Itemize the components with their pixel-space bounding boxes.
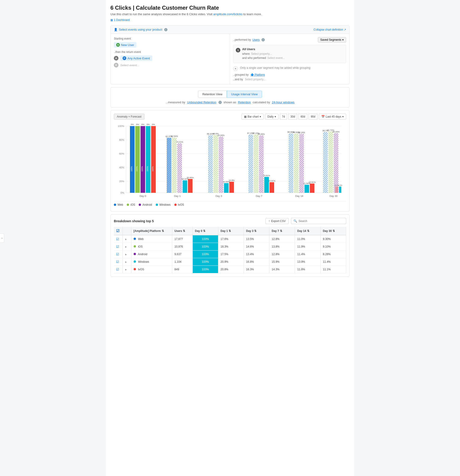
sort-icon-day7: ⇅	[280, 229, 282, 233]
th-day30[interactable]: Day 30 ⇅	[320, 227, 346, 235]
td-checkbox[interactable]: ☑	[114, 258, 123, 266]
svg-text:100%: 100%	[136, 166, 138, 171]
table-header-row: ☑ [Amplitude] Platform ⇅ Users ⇅ Day 0 ⇅…	[114, 227, 346, 235]
expand-icon[interactable]: ▶	[125, 261, 127, 263]
where-placeholder[interactable]: Select property...	[251, 52, 272, 55]
checkbox-icon[interactable]: ☑	[116, 229, 119, 233]
view-selector-panel: Retention View Usage Interval View ...me…	[110, 87, 350, 107]
td-checkbox[interactable]: ☑	[114, 235, 123, 243]
windows-dot	[156, 204, 158, 206]
th-users[interactable]: Users ⇅	[172, 227, 192, 235]
td-checkbox[interactable]: ☑	[114, 251, 123, 258]
search-input-wrap: 🔍	[291, 218, 346, 224]
unbounded-retention-link[interactable]: Unbounded Retention	[187, 101, 216, 104]
event-a-letter: A	[114, 56, 118, 60]
td-expand[interactable]: ▶	[123, 266, 131, 273]
row-checkbox[interactable]: ☑	[116, 245, 119, 248]
sort-icon-day0: ⇅	[203, 229, 205, 233]
expand-icon[interactable]: ▶	[125, 268, 127, 271]
svg-text:100%: 100%	[118, 125, 124, 128]
td-day3: 16.3%	[244, 266, 269, 273]
date-range-btn[interactable]: 📅 Last 45 days ▾	[319, 114, 346, 120]
amplitude-link[interactable]: amplitude.com/6clicks	[213, 12, 243, 16]
chevron-down-icon: ▾	[342, 38, 344, 42]
th-day3[interactable]: Day 3 ⇅	[244, 227, 269, 235]
td-day1: 17.6%	[218, 235, 243, 243]
table-row: ☑ ▶ Web 17,877 100% 17.6% 13.5% 12.8% 11…	[114, 235, 346, 243]
event-b-placeholder[interactable]: Select event...	[120, 63, 139, 67]
svg-text:40%: 40%	[119, 166, 124, 169]
30d-btn[interactable]: 30d	[288, 114, 297, 120]
panel-header-left[interactable]: 👤 Select events using your product i	[114, 28, 167, 31]
platform-link[interactable]: 🔷 Platform	[251, 73, 265, 76]
td-expand[interactable]: ▶	[123, 243, 131, 251]
svg-text:100%: 100%	[130, 166, 133, 171]
svg-rect-76	[294, 134, 299, 193]
expand-icon[interactable]: ▶	[125, 253, 127, 255]
expand-icon[interactable]: ▶	[125, 246, 127, 248]
svg-text:100%: 100%	[141, 166, 143, 171]
breakdown-controls: ↑ Export CSV 🔍	[265, 218, 346, 224]
event-a-tag[interactable]: ⟳ Any Active Event	[120, 55, 152, 61]
expand-icon[interactable]: ▶	[125, 238, 127, 240]
td-checkbox[interactable]: ☑	[114, 243, 123, 251]
breakdown-title: Breakdown showing top 5	[114, 219, 154, 223]
bar-chart-svg: 100% 80% 60% 40% 20% 0% 0% 100%	[114, 123, 346, 201]
ios-dot	[127, 204, 129, 206]
svg-text:60%: 60%	[119, 152, 124, 155]
info-icon-header[interactable]: i	[164, 28, 167, 31]
svg-rect-48	[213, 135, 218, 193]
sidebar-toggle[interactable]: ›	[0, 234, 4, 243]
row-checkbox[interactable]: ☑	[116, 252, 119, 256]
chevron-down-interval: ▾	[275, 115, 276, 118]
row-checkbox[interactable]: ☑	[116, 268, 119, 271]
td-expand[interactable]: ▶	[123, 258, 131, 266]
svg-rect-95	[339, 187, 341, 193]
td-checkbox[interactable]: ☑	[114, 266, 123, 273]
7d-btn[interactable]: 7d	[280, 114, 287, 120]
90d-btn[interactable]: 90d	[309, 114, 318, 120]
table-row: ☑ ▶ iOS 10,976 100% 18.3% 14.6% 13.8% 11…	[114, 243, 346, 251]
td-day30: 9.10%	[320, 243, 346, 251]
td-platform: iOS	[131, 243, 172, 251]
row-checkbox[interactable]: ☑	[116, 237, 119, 241]
60d-btn[interactable]: 60d	[299, 114, 307, 120]
svg-text:100%: 100%	[146, 166, 149, 171]
add-segment-btn[interactable]: +	[233, 66, 238, 71]
collapse-btn[interactable]: Collapse chart definition ↗	[314, 28, 346, 31]
th-day14[interactable]: Day 14 ⇅	[295, 227, 320, 235]
retention-view-tab[interactable]: Retention View	[198, 91, 227, 98]
usage-interval-tab[interactable]: Usage Interval View	[227, 91, 262, 98]
users-link[interactable]: Users	[252, 38, 259, 42]
search-input[interactable]	[299, 220, 344, 223]
dashboard-link[interactable]: ▦ 1 Dashboard	[110, 18, 130, 22]
chart-type-btn[interactable]: ▦ Bar chart ▾	[242, 114, 264, 120]
svg-rect-41	[188, 179, 192, 193]
svg-text:23.81%: 23.81%	[263, 174, 270, 177]
td-expand[interactable]: ▶	[123, 251, 131, 258]
svg-text:Day 0: Day 0	[140, 195, 146, 197]
performed-by-row: ..performed by Users i Saved Segments ▾	[233, 37, 346, 42]
anomaly-forecast-btn[interactable]: Anomaly + Forecast	[114, 114, 144, 120]
td-expand[interactable]: ▶	[123, 235, 131, 243]
td-day7: 12.8%	[269, 235, 295, 243]
row-checkbox[interactable]: ☑	[116, 260, 119, 264]
and-who-placeholder[interactable]: Select event...	[267, 56, 285, 60]
interval-btn[interactable]: Daily ▾	[265, 114, 278, 120]
th-day0[interactable]: Day 0 ⇅	[192, 227, 218, 235]
export-csv-btn[interactable]: ↑ Export CSV	[265, 218, 289, 224]
saved-segments-btn[interactable]: Saved Segments ▾	[318, 37, 346, 42]
th-day1[interactable]: Day 1 ⇅	[218, 227, 243, 235]
info-icon-measured[interactable]: i	[218, 101, 222, 104]
chart-legend: Web iOS Android Windows tvOS	[114, 201, 346, 208]
td-users: 1,104	[172, 258, 192, 266]
chart-panel: Anomaly + Forecast ▦ Bar chart ▾ Daily ▾…	[110, 110, 350, 212]
th-platform[interactable]: [Amplitude] Platform ⇅	[131, 227, 172, 235]
retention-link[interactable]: Retention	[238, 101, 251, 104]
starting-event-tag[interactable]: N New User	[114, 42, 136, 48]
th-day7[interactable]: Day 7 ⇅	[269, 227, 295, 235]
info-icon-performed[interactable]: i	[261, 38, 265, 42]
svg-text:88.18%: 88.18%	[298, 131, 305, 134]
24-hour-windows-link[interactable]: 24-hour windows	[272, 101, 294, 104]
and-by-placeholder[interactable]: Select property...	[245, 78, 266, 81]
